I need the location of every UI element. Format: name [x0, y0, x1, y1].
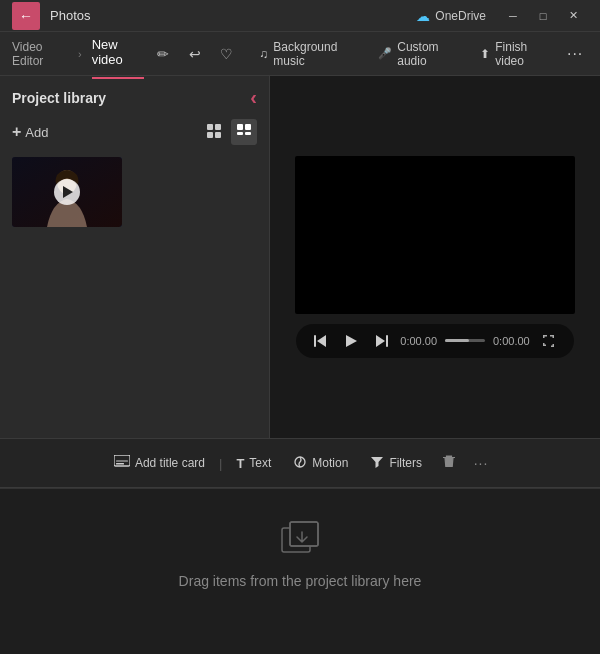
more-options-icon: ···: [474, 455, 489, 471]
add-media-button[interactable]: + Add: [12, 123, 48, 141]
time-current: 0:00.00: [400, 335, 437, 347]
sidebar: Project library ‹ + Add: [0, 76, 270, 438]
sidebar-content: [0, 153, 269, 438]
svg-rect-2: [207, 132, 213, 138]
list-view-button[interactable]: [231, 119, 257, 145]
play-pause-button[interactable]: [340, 330, 362, 352]
add-title-card-button[interactable]: Add title card: [104, 450, 215, 477]
svg-rect-10: [314, 335, 316, 347]
maximize-button[interactable]: □: [528, 0, 558, 32]
favorite-button[interactable]: ♡: [214, 39, 240, 69]
add-title-card-icon: [114, 455, 130, 472]
svg-marker-12: [346, 335, 357, 347]
toolbar-more-button[interactable]: ···: [562, 39, 588, 69]
heart-icon: ♡: [220, 46, 233, 62]
new-video-tab-label: New video: [92, 37, 144, 70]
tab-underline: [92, 77, 144, 79]
close-button[interactable]: ✕: [558, 0, 588, 32]
app-title: Photos: [50, 8, 90, 23]
finish-video-button[interactable]: ⬆ Finish video: [472, 36, 556, 72]
next-frame-button[interactable]: [370, 330, 392, 352]
motion-label: Motion: [312, 456, 348, 470]
delete-button[interactable]: [434, 448, 464, 478]
filters-label: Filters: [389, 456, 422, 470]
new-video-tab[interactable]: New video: [92, 37, 144, 70]
divider-1: |: [217, 456, 224, 471]
grid-view-button[interactable]: [201, 119, 227, 145]
time-total: 0:00.00: [493, 335, 530, 347]
svg-rect-4: [237, 124, 243, 130]
view-toggle: [201, 119, 257, 145]
svg-rect-1: [215, 124, 221, 130]
bg-music-icon: ♫: [259, 47, 268, 61]
background-music-button[interactable]: ♫ Background music: [251, 36, 364, 72]
onedrive-label: OneDrive: [435, 9, 486, 23]
video-controls: 0:00.00 0:00.00: [296, 324, 573, 358]
main-area: Project library ‹ + Add: [0, 76, 600, 438]
minimize-button[interactable]: ─: [498, 0, 528, 32]
custom-audio-label: Custom audio: [397, 40, 458, 68]
close-icon: ✕: [569, 9, 578, 22]
custom-audio-icon: 🎤: [378, 47, 392, 60]
breadcrumb-chevron: ›: [78, 48, 82, 60]
sidebar-close-button[interactable]: ‹: [250, 86, 257, 109]
video-preview: [295, 156, 575, 314]
onedrive-icon: ☁: [416, 8, 430, 24]
edit-icon: ✏: [157, 46, 169, 62]
undo-button[interactable]: ↩: [182, 39, 208, 69]
play-overlay: [54, 179, 80, 205]
finish-video-label: Finish video: [495, 40, 548, 68]
list-view-icon: [236, 123, 252, 142]
media-thumbnail[interactable]: [12, 157, 122, 227]
filters-icon: [370, 455, 384, 472]
sidebar-actions: + Add: [0, 115, 269, 153]
svg-rect-0: [207, 124, 213, 130]
more-options-button[interactable]: ···: [466, 448, 496, 478]
onedrive-area: ☁ OneDrive: [416, 8, 486, 24]
volume-slider[interactable]: [445, 339, 485, 342]
undo-icon: ↩: [189, 46, 201, 62]
timeline-inner: Drag items from the project library here: [0, 489, 600, 618]
add-label: Add: [25, 125, 48, 140]
toolbar: Video Editor › New video ✏ ↩ ♡ ♫ Backgro…: [0, 32, 600, 76]
toolbar-more-icon: ···: [567, 45, 583, 63]
play-triangle: [63, 186, 73, 198]
add-icon: +: [12, 123, 21, 141]
svg-rect-5: [245, 124, 251, 130]
title-bar: ← Photos ☁ OneDrive ─ □ ✕: [0, 0, 600, 32]
custom-audio-button[interactable]: 🎤 Custom audio: [370, 36, 466, 72]
video-editor-link[interactable]: Video Editor: [12, 40, 68, 68]
filters-button[interactable]: Filters: [360, 450, 432, 477]
svg-rect-7: [245, 132, 251, 135]
sidebar-title: Project library: [12, 90, 106, 106]
prev-frame-button[interactable]: [310, 330, 332, 352]
text-icon: T: [236, 456, 244, 471]
maximize-icon: □: [540, 10, 547, 22]
finish-video-icon: ⬆: [480, 47, 490, 61]
svg-rect-3: [215, 132, 221, 138]
timeline: Drag items from the project library here: [0, 488, 600, 618]
timeline-drop-icon: [278, 518, 322, 565]
motion-icon: [293, 455, 307, 472]
text-button[interactable]: T Text: [226, 451, 281, 476]
svg-marker-11: [317, 335, 326, 347]
back-button[interactable]: ←: [12, 2, 40, 30]
svg-rect-16: [116, 463, 124, 465]
svg-marker-14: [376, 335, 385, 347]
text-label: Text: [249, 456, 271, 470]
bottom-toolbar: Add title card | T Text Motion Filters: [0, 438, 600, 488]
trash-icon: [442, 454, 456, 472]
svg-rect-6: [237, 132, 243, 135]
back-icon: ←: [19, 8, 33, 24]
svg-rect-13: [386, 335, 388, 347]
fullscreen-button[interactable]: [538, 330, 560, 352]
minimize-icon: ─: [509, 10, 517, 22]
edit-button[interactable]: ✏: [150, 39, 176, 69]
preview-area: 0:00.00 0:00.00: [270, 76, 600, 438]
bg-music-label: Background music: [273, 40, 356, 68]
window-controls: ─ □ ✕: [498, 0, 588, 32]
grid-view-icon: [206, 123, 222, 142]
add-title-card-label: Add title card: [135, 456, 205, 470]
motion-button[interactable]: Motion: [283, 450, 358, 477]
sidebar-header: Project library ‹: [0, 76, 269, 115]
